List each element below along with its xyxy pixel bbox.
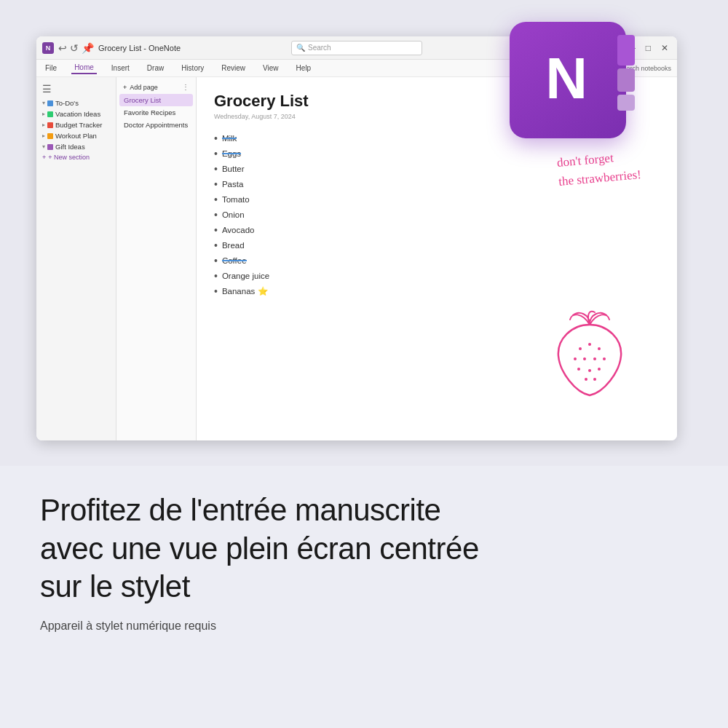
sidebar-item-budget[interactable]: ▸ Budget Tracker [36,119,116,130]
tab-file[interactable]: File [42,63,60,74]
bullet: • [214,270,218,282]
svg-point-11 [593,378,596,381]
svg-point-9 [598,368,601,371]
nb-color-budget [47,122,53,128]
sidebar-toggle[interactable]: ☰ [36,80,116,98]
svg-point-0 [579,347,582,350]
plus-icon: + [123,84,127,91]
sidebar-item-gift[interactable]: ▾ Gift Ideas [36,141,116,152]
tab-view[interactable]: View [260,63,282,74]
strawberry-drawing [542,306,637,404]
svg-point-5 [593,357,596,360]
title-bar-center: 🔍 Search [199,41,514,55]
sidebar-label-todos: To-Do's [55,99,79,107]
search-placeholder: Search [308,44,331,52]
tab-history[interactable]: History [178,63,207,74]
undo-icon[interactable]: ↺ [70,42,79,54]
tab-help[interactable]: Help [293,63,314,74]
new-section-label: + New section [48,154,90,161]
bullet: • [214,209,218,221]
svg-point-7 [577,368,580,371]
svg-point-4 [583,357,586,360]
add-page-label: Add page [130,84,158,91]
item-text: Bread [222,241,245,250]
list-item-tomato: • Tomato [214,191,660,207]
sidebar-label-workout: Workout Plan [55,132,97,140]
tab-home[interactable]: Home [71,62,97,74]
strawberry-svg [542,306,637,401]
svg-point-6 [603,357,606,360]
sidebar-item-vacation[interactable]: ▸ Vacation Ideas [36,108,116,119]
logo-bars [617,35,635,111]
tab-draw[interactable]: Draw [144,63,167,74]
item-text: Milk [222,134,237,143]
arrow-icon: ▾ [42,100,45,106]
item-text: Pasta [222,180,243,189]
arrow-icon: ▸ [42,132,45,139]
headline-line2: avec une vue plein écran centrée [40,531,479,566]
add-page-button[interactable]: + Add page ⋮ [119,80,193,94]
bullet: • [214,240,218,251]
main-headline: Profitez de l'entrée manuscrite avec une… [40,491,688,606]
logo-bar-1 [617,35,635,66]
tab-insert[interactable]: Insert [108,63,132,74]
item-text: Butter [222,165,245,173]
bullet: • [214,148,218,159]
arrow-icon: ▸ [42,122,45,128]
page-item-doctor[interactable]: Doctor Appointments [119,119,193,131]
handwritten-note: don't forget the strawberries! [556,146,642,191]
nb-color-vacation [47,111,53,117]
item-text: Bananas ⭐ [222,286,268,296]
bullet: • [214,132,218,144]
list-item-bananas: • Bananas ⭐ [214,283,660,298]
bullet: • [214,194,218,205]
sidebar-label-vacation: Vacation Ideas [55,110,100,118]
onenote-logo: N [510,22,626,138]
item-text: Coffee [222,256,247,265]
window-title: Grocery List - OneNote [98,44,181,52]
bullet: • [214,255,218,266]
page-item-recipes[interactable]: Favorite Recipes [119,106,193,119]
back-icon[interactable]: ↩ [58,42,67,54]
search-icon: 🔍 [296,44,305,52]
item-text: Orange juice [222,272,269,280]
title-controls: ↩ ↺ 📌 [58,42,94,54]
tab-review[interactable]: Review [218,63,248,74]
sidebar: ☰ ▾ To-Do's ▸ Vacation Ideas ▸ Budget Tr… [36,77,116,440]
nb-color-todos [47,100,53,106]
sidebar-label-budget: Budget Tracker [55,121,102,129]
bullet: • [214,285,218,297]
sidebar-item-workout[interactable]: ▸ Workout Plan [36,130,116,141]
bullet: • [214,163,218,175]
list-item-bread: • Bread [214,237,660,253]
bullet: • [214,178,218,190]
headline-line1: Profitez de l'entrée manuscrite [40,493,440,527]
title-bar-left: N ↩ ↺ 📌 Grocery List - OneNote [42,42,199,54]
logo-bar-2 [617,68,635,92]
app-icon-small: N [42,42,54,54]
arrow-icon: ▾ [42,143,45,150]
sidebar-item-todos[interactable]: ▾ To-Do's [36,98,116,108]
nb-color-gift [47,144,53,150]
close-button[interactable]: ✕ [658,43,671,53]
new-section-button[interactable]: + + New section [36,152,116,162]
svg-point-1 [588,343,591,346]
page-list-icon: ⋮ [182,83,189,91]
plus-icon: + [42,154,46,161]
list-item-avocado: • Avocado [214,222,660,237]
bullet: • [214,224,218,236]
list-item-onion: • Onion [214,207,660,222]
item-text: Avocado [222,226,255,234]
maximize-button[interactable]: □ [643,43,654,53]
nb-color-workout [47,133,53,139]
search-bar[interactable]: 🔍 Search [291,41,422,55]
top-section: N N ↩ ↺ 📌 Grocery List - OneNote 🔍 [0,0,728,466]
logo-bar-3 [617,95,635,111]
list-item-coffee: • Coffee [214,253,660,268]
pin-icon[interactable]: 📌 [82,42,94,54]
svg-point-3 [574,357,577,360]
arrow-icon: ▸ [42,111,45,117]
item-text: Onion [222,210,245,219]
page-item-grocery[interactable]: Grocery List [119,94,193,106]
item-text: Tomato [222,195,250,204]
